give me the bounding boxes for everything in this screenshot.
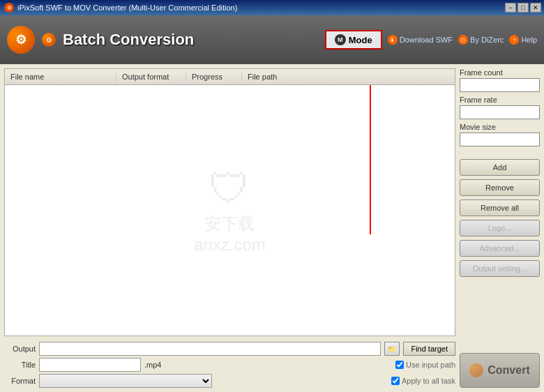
browse-icon: 📁 — [388, 345, 396, 353]
page-title: Batch Conversion — [63, 31, 194, 49]
apply-to-all-text: Apply to all task — [402, 377, 455, 385]
browse-button[interactable]: 📁 — [384, 342, 400, 356]
watermark: 🛡 安下载 anxz.com — [194, 165, 266, 255]
output-row: Output 📁 Find target — [4, 342, 455, 356]
title-bar-text: ⚙ iPixSoft SWF to MOV Converter (Multi-U… — [4, 3, 237, 13]
mode-icon: M — [335, 34, 346, 45]
bottom-controls: Output 📁 Find target Title .mp4 Use inp — [4, 340, 455, 388]
download-swf-link[interactable]: ⬇ Download SWF — [388, 35, 453, 45]
convert-button[interactable]: Convert — [460, 353, 540, 388]
format-row: Format Apply to all task — [4, 374, 455, 388]
header-right: M Mode ⬇ Download SWF D By DiZerc ? Help — [325, 30, 537, 50]
file-table-container: File name Output format Progress File pa… — [4, 68, 455, 336]
col-progress: Progress — [186, 71, 242, 82]
convert-icon — [469, 363, 483, 377]
download-label: Download SWF — [400, 36, 453, 44]
col-filename: File name — [5, 71, 116, 82]
title-bar: ⚙ iPixSoft SWF to MOV Converter (Multi-U… — [0, 0, 544, 15]
use-input-path-text: Use input path — [406, 361, 455, 369]
frame-rate-group: Frame rate — [460, 96, 540, 119]
mp4-label: .mp4 — [144, 361, 161, 369]
app-icon: ⚙ — [4, 3, 14, 13]
maximize-button[interactable]: □ — [517, 3, 529, 13]
by-label: By DiZerc — [470, 36, 504, 44]
format-select[interactable] — [39, 374, 212, 388]
watermark-text: 安下载 — [194, 213, 266, 235]
output-setting-button[interactable]: Output setting... — [460, 260, 540, 277]
red-line — [370, 85, 371, 234]
content-area: File name Output format Progress File pa… — [0, 64, 544, 392]
help-label: Help — [521, 36, 537, 44]
mode-button[interactable]: M Mode — [325, 30, 382, 50]
minimize-button[interactable]: − — [505, 3, 516, 13]
movie-size-input[interactable] — [460, 133, 540, 146]
remove-all-button[interactable]: Remove all — [460, 199, 540, 216]
use-input-path-label[interactable]: Use input path — [395, 361, 455, 369]
help-icon: ? — [509, 35, 519, 45]
convert-label: Convert — [488, 364, 529, 377]
frame-rate-input[interactable] — [460, 105, 540, 119]
add-button[interactable]: Add — [460, 159, 540, 176]
col-filepath: File path — [242, 71, 455, 82]
movie-size-label: Movie size — [460, 123, 540, 131]
mode-label: Mode — [349, 35, 372, 45]
advanced-button[interactable]: Advanced... — [460, 240, 540, 257]
movie-size-group: Movie size — [460, 123, 540, 146]
frame-count-input[interactable] — [460, 78, 540, 92]
left-panel: File name Output format Progress File pa… — [4, 68, 455, 388]
title-row: Title .mp4 Use input path — [4, 358, 455, 372]
title-label: Title — [4, 361, 36, 369]
watermark-sub: anxz.com — [194, 235, 266, 255]
title-text: iPixSoft SWF to MOV Converter (Multi-Use… — [17, 3, 237, 12]
batch-icon: ⚙ — [42, 33, 56, 47]
header-area: ⚙ ⚙ Batch Conversion M Mode ⬇ Download S… — [0, 15, 544, 64]
window-controls: − □ ✕ — [505, 3, 541, 13]
find-target-button[interactable]: Find target — [403, 342, 455, 356]
by-dizerc-link[interactable]: D By DiZerc — [458, 35, 504, 45]
file-table-body: 🛡 安下载 anxz.com — [5, 85, 455, 333]
file-table-header: File name Output format Progress File pa… — [5, 69, 455, 85]
download-icon: ⬇ — [388, 35, 398, 45]
right-panel: Frame count Frame rate Movie size Add Re… — [460, 68, 540, 388]
remove-button[interactable]: Remove — [460, 179, 540, 196]
help-link[interactable]: ? Help — [509, 35, 537, 45]
dizerc-icon: D — [458, 35, 468, 45]
apply-to-all-label[interactable]: Apply to all task — [391, 377, 455, 385]
output-label: Output — [4, 345, 36, 353]
close-button[interactable]: ✕ — [530, 3, 541, 13]
format-label: Format — [4, 377, 36, 385]
use-input-path-checkbox[interactable] — [395, 361, 404, 369]
watermark-icon: 🛡 — [194, 165, 266, 213]
frame-count-label: Frame count — [460, 68, 540, 77]
logo-button[interactable]: Logo... — [460, 220, 540, 236]
app-logo: ⚙ — [7, 26, 35, 54]
frame-count-group: Frame count — [460, 68, 540, 92]
title-input[interactable] — [39, 358, 141, 372]
header-left: ⚙ ⚙ Batch Conversion — [7, 26, 194, 54]
frame-rate-label: Frame rate — [460, 96, 540, 104]
output-input[interactable] — [39, 342, 381, 356]
col-outputformat: Output format — [116, 71, 186, 82]
main-window: ⚙ ⚙ Batch Conversion M Mode ⬇ Download S… — [0, 15, 544, 392]
apply-to-all-checkbox[interactable] — [391, 377, 400, 385]
